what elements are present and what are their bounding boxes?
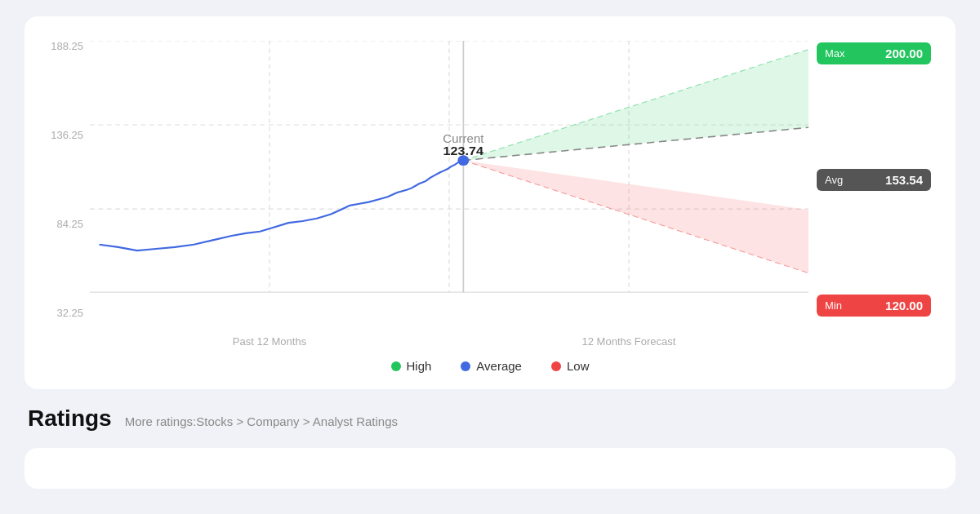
y-label-2: 136.25: [41, 130, 90, 140]
legend-dot-high: [391, 361, 401, 371]
ratings-breadcrumb: More ratings:Stocks > Company > Analyst …: [125, 414, 398, 428]
legend-dot-low: [551, 361, 561, 371]
x-axis: Past 12 Months 12 Months Forecast: [90, 318, 808, 351]
ratings-card-stub: [24, 448, 956, 489]
legend-label-low: Low: [567, 359, 590, 373]
x-label-forecast: 12 Months Forecast: [449, 335, 808, 351]
chart-area: 188.25 136.25 84.25 32.25: [41, 41, 939, 351]
legend-label-high: High: [407, 359, 432, 373]
page-wrapper: 188.25 136.25 84.25 32.25: [0, 0, 980, 505]
chart-inner: Current 123.74: [90, 41, 808, 318]
legend-low: Low: [551, 359, 590, 373]
y-label-4: 32.25: [41, 308, 90, 318]
legend-dot-average: [461, 361, 470, 371]
min-label: Min: [825, 299, 842, 312]
chart-card: 188.25 136.25 84.25 32.25: [24, 16, 956, 389]
stock-line: [100, 161, 464, 251]
avg-label: Avg: [825, 174, 843, 186]
chart-right-labels: Max 200.00 Avg 153.54 Min 120.00: [817, 41, 939, 318]
y-label-3: 84.25: [41, 219, 90, 229]
x-label-past: Past 12 Months: [90, 335, 449, 351]
ratings-header: Ratings More ratings:Stocks > Company > …: [24, 405, 956, 432]
min-badge: Min 120.00: [817, 295, 931, 317]
legend-label-average: Average: [476, 359, 522, 373]
min-value: 120.00: [885, 299, 923, 312]
max-label: Max: [825, 47, 845, 60]
avg-value: 153.54: [885, 173, 923, 187]
y-axis: 188.25 136.25 84.25 32.25: [41, 41, 90, 318]
y-label-1: 188.25: [41, 41, 90, 51]
chart-svg: Current 123.74: [90, 41, 808, 318]
legend-high: High: [391, 359, 432, 373]
legend-average: Average: [461, 359, 522, 373]
current-value-text: 123.74: [443, 144, 484, 157]
chart-legend: High Average Low: [41, 356, 939, 373]
max-value: 200.00: [885, 47, 923, 60]
ratings-title: Ratings: [28, 405, 112, 432]
avg-badge: Avg 153.54: [817, 169, 931, 191]
max-badge: Max 200.00: [817, 42, 931, 64]
